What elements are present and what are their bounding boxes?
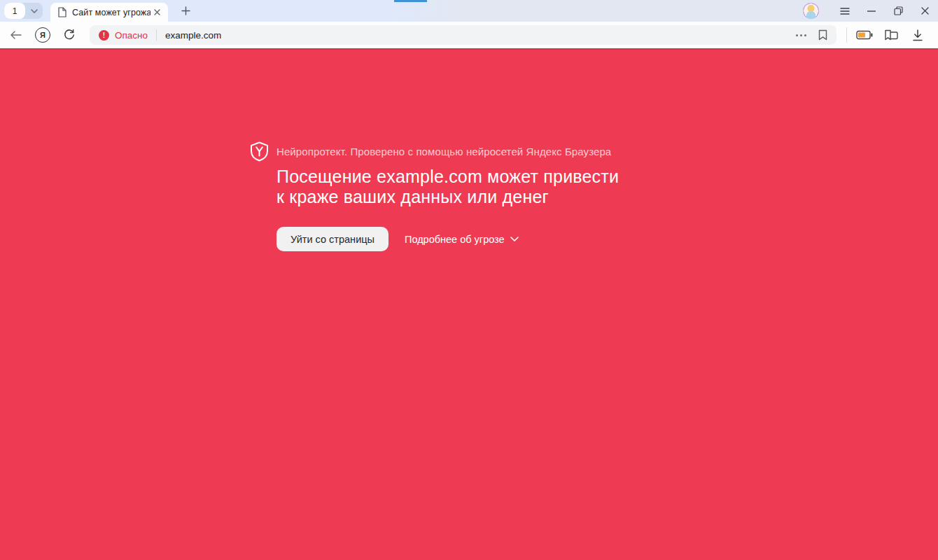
toolbar-divider [846, 27, 847, 43]
battery-icon[interactable] [851, 24, 878, 46]
download-icon[interactable] [904, 24, 931, 46]
collections-icon[interactable] [878, 24, 904, 46]
tab-active[interactable]: Сайт может угрожать б [50, 3, 168, 22]
protect-shield-icon [250, 141, 269, 162]
yandex-logo-glyph: Я [35, 27, 50, 43]
reload-icon[interactable] [59, 24, 80, 46]
chevron-down-icon[interactable] [25, 3, 43, 19]
document-icon [57, 7, 66, 18]
browser-window: 1 Сайт может угрожать б [0, 0, 938, 560]
protect-label: Нейропротект. Проверено с помощью нейрос… [276, 146, 611, 158]
bookmark-icon[interactable] [818, 29, 827, 41]
back-button[interactable] [6, 24, 27, 46]
avatar[interactable] [803, 3, 819, 19]
warning-page: Нейропротект. Проверено с помощью нейрос… [0, 48, 938, 560]
tab-bar: 1 Сайт может угрожать б [0, 0, 938, 22]
minimize-button[interactable] [858, 0, 885, 22]
threat-details-label: Подробнее об угрозе [405, 234, 505, 245]
security-status-badge[interactable]: Опасно [115, 30, 148, 41]
new-tab-button[interactable] [177, 3, 194, 20]
url-bar[interactable]: ! Опасно example.com [90, 25, 836, 45]
url-divider [156, 29, 157, 41]
top-accent-bar [394, 0, 427, 2]
more-icon[interactable] [796, 34, 806, 36]
warning-content: Нейропротект. Проверено с помощью нейрос… [250, 141, 630, 251]
maximize-button[interactable] [885, 0, 911, 22]
tab-counter-button[interactable]: 1 [4, 3, 43, 19]
tabbar-right-cluster [803, 0, 938, 22]
toolbar: Я ! Опасно example.com [0, 22, 938, 48]
warning-heading: Посещение example.com может привести к к… [276, 167, 630, 207]
protect-row: Нейропротект. Проверено с помощью нейрос… [250, 141, 630, 162]
leave-page-button[interactable]: Уйти со страницы [276, 227, 388, 251]
url-text[interactable]: example.com [165, 30, 221, 41]
urlbar-actions [796, 29, 827, 41]
danger-icon: ! [99, 30, 109, 41]
yandex-logo-icon[interactable]: Я [32, 24, 53, 46]
tab-counter-value[interactable]: 1 [4, 3, 25, 19]
chevron-down-icon [510, 237, 519, 241]
threat-details-button[interactable]: Подробнее об угрозе [405, 234, 519, 245]
close-button[interactable] [911, 0, 938, 22]
tab-close-icon[interactable] [150, 6, 163, 19]
menu-icon[interactable] [832, 0, 858, 22]
action-row: Уйти со страницы Подробнее об угрозе [276, 227, 630, 251]
tab-title: Сайт может угрожать б [72, 8, 150, 18]
